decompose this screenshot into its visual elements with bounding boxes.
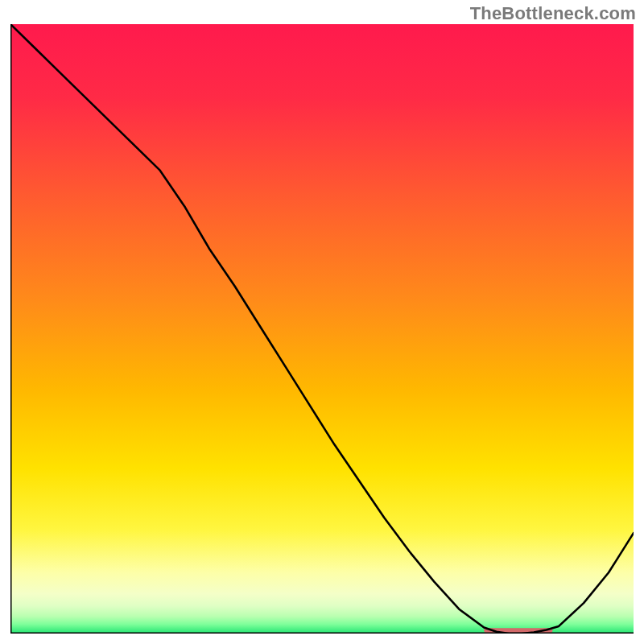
chart-container: TheBottleneck.com bbox=[0, 0, 644, 644]
plot-area bbox=[10, 24, 634, 634]
chart-svg bbox=[10, 24, 634, 634]
watermark-label: TheBottleneck.com bbox=[470, 3, 636, 24]
